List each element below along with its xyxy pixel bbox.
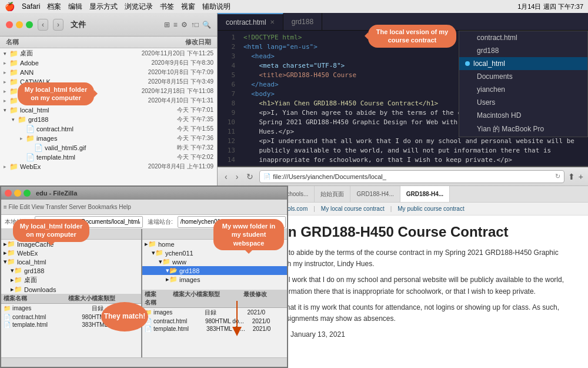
folder-icon: ▸📁 bbox=[11, 286, 22, 293]
fz-col-name1: 檔案名稱 bbox=[4, 294, 56, 303]
finder-row[interactable]: 📄 contract.html 今天 下午1:55 bbox=[0, 124, 217, 134]
expand-icon: ▸ bbox=[4, 98, 9, 104]
view-icon[interactable]: ⊞ bbox=[164, 21, 170, 29]
dropdown-label: Documents bbox=[477, 72, 513, 81]
apple-menu[interactable]: 🍎 bbox=[5, 2, 15, 11]
code-line: <p>I understand that all work that I do … bbox=[243, 137, 583, 146]
fz-remote-tree-item[interactable]: ▾📁www bbox=[142, 257, 287, 266]
search-icon[interactable]: 🔍 bbox=[202, 21, 211, 29]
finder-row[interactable]: ▸ 📁 ANN 2020年10月8日 下午7:09 bbox=[0, 68, 217, 77]
browser-tab[interactable]: GRD188-H4... bbox=[350, 186, 400, 202]
editor-tab-grd188[interactable]: grd188 bbox=[283, 13, 322, 30]
file-icon: 📁 bbox=[26, 134, 35, 142]
dropdown-item[interactable]: contract.html bbox=[459, 31, 587, 44]
fz-local-tree-item[interactable]: ▸📁桌面 bbox=[1, 275, 141, 285]
fz-tree-label: Downloads bbox=[24, 286, 56, 293]
file-icon: 📁 bbox=[9, 78, 18, 86]
fz-remote-tree-item[interactable]: ▾📂grd188 bbox=[142, 266, 287, 275]
col-name-header: 名稱 bbox=[6, 38, 129, 47]
fz-local-tree-item[interactable]: ▾📁local_html bbox=[1, 257, 141, 266]
fz-remote-file-row[interactable]: 📁images目録2021/0 bbox=[142, 308, 287, 317]
dropdown-item[interactable]: local_html bbox=[459, 57, 587, 70]
browser-forward[interactable]: › bbox=[233, 171, 241, 183]
reload-icon[interactable]: ↻ bbox=[555, 173, 560, 180]
editor-tab-contract[interactable]: contract.html ✕ bbox=[218, 13, 283, 30]
menu-bookmarks[interactable]: 书签 bbox=[160, 2, 174, 12]
code-line: inappropriate for schoolwork, or that I … bbox=[243, 155, 583, 165]
fz-tree-label: home bbox=[158, 241, 175, 248]
row-date: 今天 下午1:55 bbox=[131, 125, 213, 133]
browser-tab[interactable]: GRD188-H4... bbox=[400, 186, 450, 202]
menu-safari[interactable]: Safari bbox=[22, 2, 40, 11]
row-date: 2020年8月15日 下午3:49 bbox=[131, 78, 213, 86]
file-icon: 📁 bbox=[9, 68, 18, 77]
dropdown-item[interactable]: Yian 的 MacBook Pro bbox=[459, 122, 587, 137]
folder-icon: ▾📁 bbox=[4, 258, 15, 266]
fz-toolbar-icon: ≡ File Edit View Transfer Server Bookmar… bbox=[4, 204, 131, 210]
finder-row[interactable]: ▸ 📁 images 今天 下午7:36 bbox=[0, 134, 217, 143]
fz-local-tree-item[interactable]: ▸📁WebEx bbox=[1, 248, 141, 257]
dropdown-item[interactable]: grd188 bbox=[459, 44, 587, 57]
finder-row[interactable]: ▸ 📁 WebEx 2020年8月4日 上午11:09 bbox=[0, 162, 217, 171]
menu-file[interactable]: 档案 bbox=[47, 2, 61, 12]
close-button[interactable] bbox=[6, 21, 13, 28]
finder-row[interactable]: ▸ 📁 Adobe 2020年9月6日 下午8:30 bbox=[0, 58, 217, 68]
action-icon[interactable]: ⚙ bbox=[181, 21, 188, 29]
finder-row[interactable]: ▾ 📁 grd188 今天 下午7:35 bbox=[0, 115, 217, 124]
dropdown-item[interactable]: Documents bbox=[459, 70, 587, 83]
finder-row[interactable]: ▾ 📁 桌面 2020年11月20日 下午11:25 bbox=[0, 48, 217, 58]
browser-back[interactable]: ‹ bbox=[222, 171, 230, 183]
fz-remote-file-row[interactable]: 📄template.html383HTML do...2021/0 bbox=[142, 325, 287, 333]
file-icon: 📄 bbox=[145, 326, 152, 332]
menubar: 🍎 Safari 档案 编辑 显示方式 浏览记录 书签 视窗 辅助说明 1月14… bbox=[0, 0, 588, 13]
minimize-button[interactable] bbox=[16, 21, 23, 28]
dropdown-label: contract.html bbox=[477, 34, 517, 42]
fz-close[interactable] bbox=[5, 190, 12, 197]
fz-minimize[interactable] bbox=[14, 190, 21, 197]
dropdown-item[interactable]: Macintosh HD bbox=[459, 109, 587, 122]
dropdown-item[interactable]: yianchen bbox=[459, 83, 587, 96]
fz-local-tree-item[interactable]: ▾📁grd188 bbox=[1, 266, 141, 275]
menu-window[interactable]: 视窗 bbox=[181, 2, 195, 12]
expand-icon: ▸ bbox=[4, 88, 9, 94]
row-date: 今天 下午2:02 bbox=[131, 153, 213, 161]
address-bar[interactable]: 📄 file:///Users/yianchen/Documents/local… bbox=[259, 170, 564, 183]
folder-icon: ▾📁 bbox=[11, 267, 22, 274]
finder-row[interactable]: ▾ 📁 local_html 今天 下午7:01 bbox=[0, 105, 217, 115]
line-number: 3 bbox=[218, 52, 235, 61]
row-name: template.html bbox=[36, 154, 131, 161]
back-button[interactable]: ‹ bbox=[38, 19, 48, 31]
fz-col-type1: 檔案類型 bbox=[92, 294, 139, 303]
menu-edit[interactable]: 编辑 bbox=[68, 2, 82, 12]
maximize-button[interactable] bbox=[26, 21, 33, 28]
share-browser-icon[interactable]: ⬆ bbox=[568, 172, 575, 181]
links-bar-link[interactable]: My public course contract bbox=[397, 205, 464, 212]
fz-remote-tree-item[interactable]: ▸📁images bbox=[142, 275, 287, 284]
fz-file-size: 383 bbox=[56, 321, 92, 328]
filezilla-window: edu - FileZilla ≡ File Edit View Transfe… bbox=[0, 185, 288, 368]
sort-icon[interactable]: ≡ bbox=[173, 21, 178, 29]
fz-remote-file-row[interactable]: 📄contract.html980HTML do...2021/0 bbox=[142, 317, 287, 325]
fz-tree-label: grd188 bbox=[179, 267, 199, 274]
menu-history[interactable]: 浏览记录 bbox=[125, 2, 153, 12]
expand-icon: ▸ bbox=[4, 60, 9, 66]
links-bar-link[interactable]: My local course contract bbox=[321, 205, 385, 212]
tab-close-icon[interactable]: ✕ bbox=[270, 19, 275, 25]
browser-reload[interactable]: ↻ bbox=[244, 171, 256, 183]
fz-maximize[interactable] bbox=[24, 190, 31, 197]
share-icon[interactable]: ↑□ bbox=[191, 21, 199, 29]
new-tab-icon[interactable]: + bbox=[579, 172, 583, 181]
fz-traffic-lights bbox=[5, 190, 31, 197]
file-path-dropdown[interactable]: contract.htmlgrd188local_htmlDocumentsyi… bbox=[459, 31, 588, 137]
menu-view[interactable]: 显示方式 bbox=[89, 2, 118, 12]
fz-file-type: 目録 bbox=[205, 309, 248, 317]
dropdown-item[interactable]: Users bbox=[459, 96, 587, 109]
menu-help[interactable]: 辅助说明 bbox=[202, 2, 230, 12]
file-icon: 📁 bbox=[9, 59, 18, 67]
finder-row[interactable]: 📄 template.html 今天 下午2:02 bbox=[0, 152, 217, 162]
finder-row[interactable]: 📄 valid_html5.gif 昨天 下午7:32 bbox=[0, 143, 217, 152]
forward-button[interactable]: › bbox=[53, 19, 64, 31]
browser-tab[interactable]: 始始頁面 bbox=[315, 186, 350, 202]
line-number: 14 bbox=[218, 155, 235, 165]
fz-local-tree-item[interactable]: ▸📁Downloads bbox=[1, 285, 141, 294]
